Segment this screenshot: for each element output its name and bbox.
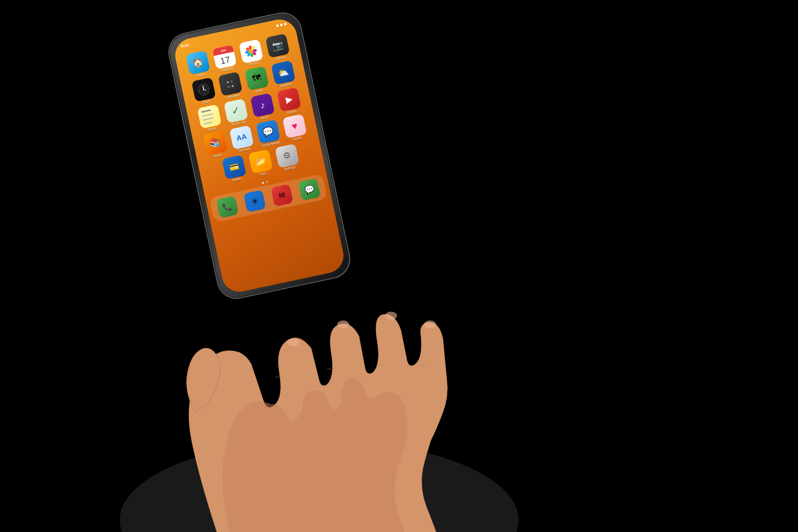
app-wallet[interactable]: 💳 Wallet — [220, 154, 249, 184]
app-grid: 🏠 Home JAN 17 Calendar — [174, 28, 325, 192]
svg-text:+: + — [226, 80, 229, 85]
notes-label: Notes — [207, 127, 216, 132]
svg-text:−: − — [227, 84, 230, 89]
signal-icon — [276, 24, 279, 27]
app-health[interactable]: ♥ Health — [281, 114, 310, 143]
translate-icon[interactable]: AA — [229, 125, 254, 150]
dock-messages-icon[interactable]: 💬 — [298, 178, 321, 201]
svg-point-1 — [287, 338, 299, 346]
files-icon[interactable]: 📂 — [248, 149, 273, 174]
health-icon[interactable]: ♥ — [282, 114, 307, 139]
app-translate[interactable]: AA Translate — [228, 125, 257, 154]
app-books[interactable]: 📚 Books — [201, 131, 230, 160]
app-notes[interactable]: Notes — [196, 104, 224, 133]
clock-icon[interactable]: 3 9 3 — [192, 77, 216, 102]
dot-inactive — [266, 181, 269, 183]
books-label: Books — [213, 153, 223, 158]
files-label: Files — [260, 172, 267, 176]
svg-point-4 — [424, 320, 436, 328]
app-social[interactable]: 💬 Social Media — [254, 119, 283, 149]
maps-icon[interactable]: 🗺 — [245, 66, 269, 91]
app-clock[interactable]: 3 9 3 Clock — [190, 77, 219, 107]
app-files[interactable]: 📂 Files — [247, 149, 275, 178]
videos-icon[interactable]: ▶ — [277, 87, 301, 112]
wifi-icon — [280, 24, 283, 26]
app-photos[interactable]: Photos — [237, 39, 266, 68]
status-icons — [276, 23, 287, 27]
music-icon[interactable]: ♪ — [250, 93, 275, 117]
dock-links-icon[interactable]: ✳ — [243, 190, 266, 212]
svg-text:÷: ÷ — [230, 79, 233, 84]
svg-point-2 — [337, 320, 349, 328]
app-camera[interactable]: 📷 Camera — [264, 33, 292, 63]
weather-icon[interactable]: ⛅ — [271, 60, 296, 85]
app-maps[interactable]: 🗺 Maps — [243, 65, 272, 95]
dock-phone[interactable]: 📞 — [214, 195, 241, 219]
notes-icon[interactable] — [197, 104, 222, 129]
app-settings[interactable]: ⚙ Settings — [273, 143, 302, 173]
status-time: 9:41 — [181, 42, 190, 48]
clock-label: Clock — [202, 99, 211, 105]
svg-point-3 — [385, 312, 397, 320]
dock-mail[interactable]: ✉ — [269, 184, 296, 207]
svg-text:×: × — [231, 83, 234, 88]
todo-icon[interactable]: ✓ — [223, 99, 248, 123]
app-calendar[interactable]: JAN 17 Calendar — [211, 44, 239, 74]
app-music[interactable]: ♪ Music — [249, 93, 277, 122]
books-icon[interactable]: 📚 — [203, 131, 227, 156]
music-label: Music — [261, 115, 269, 120]
dock-messages[interactable]: 💬 — [296, 178, 323, 201]
scene: 9:41 🏠 Home — [0, 0, 798, 532]
dock-mail-icon[interactable]: ✉ — [271, 184, 293, 207]
dock-phone-icon[interactable]: 📞 — [216, 196, 239, 218]
app-home[interactable]: 🏠 Home — [184, 50, 213, 79]
wallet-icon[interactable]: 💳 — [222, 155, 247, 180]
home-icon[interactable]: 🏠 — [186, 50, 210, 75]
battery-icon — [284, 23, 286, 26]
app-weather[interactable]: ⛅ Weather — [269, 60, 298, 89]
social-icon[interactable]: 💬 — [256, 120, 280, 144]
wallet-label: Wallet — [232, 177, 241, 182]
settings-icon[interactable]: ⚙ — [275, 144, 300, 168]
app-videos[interactable]: ▶ Videos — [275, 87, 304, 116]
dock-links[interactable]: ✳ — [241, 189, 269, 213]
calendar-icon[interactable]: JAN 17 — [212, 45, 237, 69]
health-label: Health — [292, 136, 302, 141]
app-todo[interactable]: ✓ To-Do List — [222, 98, 251, 128]
app-calculator[interactable]: + ÷ − × Calculator — [216, 71, 245, 101]
home-label: Home — [196, 73, 205, 78]
maps-label: Maps — [255, 88, 264, 93]
calculator-icon[interactable]: + ÷ − × — [218, 71, 243, 96]
photos-icon[interactable] — [239, 39, 263, 64]
camera-icon[interactable]: 📷 — [265, 34, 290, 58]
dot-active — [262, 182, 264, 184]
